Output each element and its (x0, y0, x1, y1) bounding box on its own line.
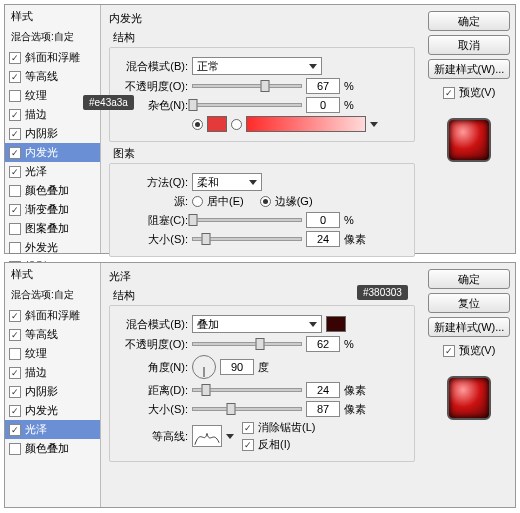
source-edge-radio[interactable] (260, 196, 271, 207)
size-label: 大小(S): (118, 232, 188, 247)
color-swatch[interactable] (207, 116, 227, 132)
style-check[interactable] (9, 242, 21, 254)
size-label: 大小(S): (118, 402, 188, 417)
style-label: 纹理 (25, 346, 47, 361)
reset-button[interactable]: 复位 (428, 293, 510, 313)
style-check[interactable] (9, 71, 21, 83)
style-item-4[interactable]: 内阴影 (5, 124, 100, 143)
style-check[interactable] (9, 52, 21, 64)
noise-slider[interactable] (192, 103, 302, 107)
style-item-1[interactable]: 等高线 (5, 67, 100, 86)
style-label: 斜面和浮雕 (25, 308, 80, 323)
style-check[interactable] (9, 386, 21, 398)
panel-title: 内发光 (109, 11, 415, 26)
style-label: 图案叠加 (25, 221, 69, 236)
styles-sidebar: 样式 混合选项:自定 斜面和浮雕等高线纹理描边内阴影内发光光泽颜色叠加 (5, 263, 101, 507)
new-style-button[interactable]: 新建样式(W)... (428, 59, 510, 79)
preview-check[interactable] (443, 87, 455, 99)
angle-label: 角度(N): (118, 360, 188, 375)
color-radio[interactable] (192, 119, 203, 130)
blend-mode-select[interactable]: 叠加 (192, 315, 322, 333)
style-item-6[interactable]: 光泽 (5, 162, 100, 181)
angle-dial[interactable] (192, 355, 216, 379)
invert-check[interactable] (242, 439, 254, 451)
settings-area: #e43a3a 内发光 结构 混合模式(B): 正常 不透明度(O): 67 %… (101, 5, 423, 253)
style-label: 光泽 (25, 164, 47, 179)
style-label: 内发光 (25, 403, 58, 418)
style-check[interactable] (9, 223, 21, 235)
source-edge-label: 边缘(G) (275, 194, 313, 209)
style-check[interactable] (9, 367, 21, 379)
style-item-8[interactable]: 渐变叠加 (5, 200, 100, 219)
distance-slider[interactable] (192, 388, 302, 392)
style-check[interactable] (9, 204, 21, 216)
style-item-7[interactable]: 颜色叠加 (5, 439, 100, 458)
style-item-9[interactable]: 图案叠加 (5, 219, 100, 238)
style-item-10[interactable]: 外发光 (5, 238, 100, 257)
style-item-7[interactable]: 颜色叠加 (5, 181, 100, 200)
opacity-slider[interactable] (192, 342, 302, 346)
style-check[interactable] (9, 424, 21, 436)
size-slider[interactable] (192, 237, 302, 241)
contour-picker[interactable] (192, 425, 222, 447)
antialias-check[interactable] (242, 422, 254, 434)
opacity-label: 不透明度(O): (118, 79, 188, 94)
style-item-0[interactable]: 斜面和浮雕 (5, 48, 100, 67)
contour-label: 等高线: (118, 429, 188, 444)
style-item-5[interactable]: 内发光 (5, 143, 100, 162)
style-check[interactable] (9, 166, 21, 178)
chevron-down-icon[interactable] (370, 122, 378, 127)
color-swatch[interactable] (326, 316, 346, 332)
preview-check[interactable] (443, 345, 455, 357)
ok-button[interactable]: 确定 (428, 269, 510, 289)
blend-options[interactable]: 混合选项:自定 (5, 28, 100, 48)
gradient-radio[interactable] (231, 119, 242, 130)
style-check[interactable] (9, 147, 21, 159)
cancel-button[interactable]: 取消 (428, 35, 510, 55)
blend-options[interactable]: 混合选项:自定 (5, 286, 100, 306)
sidebar-title: 样式 (5, 263, 100, 286)
style-item-0[interactable]: 斜面和浮雕 (5, 306, 100, 325)
sidebar-title: 样式 (5, 5, 100, 28)
color-tag: #e43a3a (83, 95, 134, 110)
size-slider[interactable] (192, 407, 302, 411)
new-style-button[interactable]: 新建样式(W)... (428, 317, 510, 337)
blend-mode-select[interactable]: 正常 (192, 57, 322, 75)
style-check[interactable] (9, 405, 21, 417)
style-check[interactable] (9, 90, 21, 102)
angle-value[interactable]: 90 (220, 359, 254, 375)
style-check[interactable] (9, 109, 21, 121)
style-item-4[interactable]: 内阴影 (5, 382, 100, 401)
distance-value[interactable]: 24 (306, 382, 340, 398)
choke-value[interactable]: 0 (306, 212, 340, 228)
style-item-6[interactable]: 光泽 (5, 420, 100, 439)
style-check[interactable] (9, 348, 21, 360)
preview-thumb (447, 118, 491, 162)
ok-button[interactable]: 确定 (428, 11, 510, 31)
source-center-label: 居中(E) (207, 194, 244, 209)
style-item-1[interactable]: 等高线 (5, 325, 100, 344)
technique-select[interactable]: 柔和 (192, 173, 262, 191)
style-check[interactable] (9, 443, 21, 455)
source-center-radio[interactable] (192, 196, 203, 207)
noise-value[interactable]: 0 (306, 97, 340, 113)
style-item-3[interactable]: 描边 (5, 363, 100, 382)
style-item-5[interactable]: 内发光 (5, 401, 100, 420)
chevron-down-icon[interactable] (226, 434, 234, 439)
style-check[interactable] (9, 185, 21, 197)
style-check[interactable] (9, 310, 21, 322)
opacity-value[interactable]: 62 (306, 336, 340, 352)
size-value[interactable]: 87 (306, 401, 340, 417)
gradient-picker[interactable] (246, 116, 366, 132)
style-check[interactable] (9, 329, 21, 341)
style-item-2[interactable]: 纹理 (5, 344, 100, 363)
choke-slider[interactable] (192, 218, 302, 222)
opacity-slider[interactable] (192, 84, 302, 88)
opacity-value[interactable]: 67 (306, 78, 340, 94)
size-value[interactable]: 24 (306, 231, 340, 247)
source-label: 源: (118, 194, 188, 209)
style-label: 外发光 (25, 240, 58, 255)
style-check[interactable] (9, 128, 21, 140)
preview-thumb (447, 376, 491, 420)
right-buttons: 确定 取消 新建样式(W)... 预览(V) (423, 5, 515, 253)
